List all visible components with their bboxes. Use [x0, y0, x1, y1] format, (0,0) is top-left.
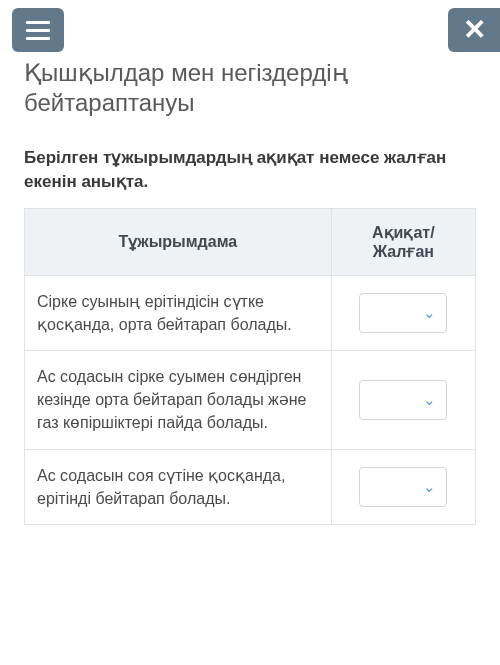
- statement-cell: Сірке суының ерітіндісін сүтке қосқанда,…: [25, 275, 332, 350]
- chevron-down-icon: ⌄: [423, 302, 436, 324]
- chevron-down-icon: ⌄: [423, 389, 436, 411]
- answer-cell: ⌄: [331, 350, 475, 449]
- table-row: Сірке суының ерітіндісін сүтке қосқанда,…: [25, 275, 476, 350]
- header-statement: Тұжырымдама: [25, 208, 332, 275]
- answer-select[interactable]: ⌄: [359, 293, 447, 333]
- statement-cell: Ас содасын сірке суымен сөндірген кезінд…: [25, 350, 332, 449]
- close-icon: ✕: [463, 16, 486, 44]
- hamburger-icon: [26, 21, 50, 40]
- menu-button[interactable]: [12, 8, 64, 52]
- answer-cell: ⌄: [331, 275, 475, 350]
- chevron-down-icon: ⌄: [423, 476, 436, 498]
- answer-select[interactable]: ⌄: [359, 467, 447, 507]
- statements-table: Тұжырымдама Ақиқат/ Жалған Сірке суының …: [24, 208, 476, 525]
- close-button[interactable]: ✕: [448, 8, 500, 52]
- page-title: Қышқылдар мен негіздердің бейтараптануы: [24, 58, 476, 118]
- instruction-text: Берілген тұжырымдардың ақиқат немесе жал…: [24, 146, 476, 194]
- statement-cell: Ас содасын соя сүтіне қосқанда, ерітінді…: [25, 449, 332, 524]
- table-row: Ас содасын соя сүтіне қосқанда, ерітінді…: [25, 449, 476, 524]
- header-answer: Ақиқат/ Жалған: [331, 208, 475, 275]
- topbar: ✕: [0, 0, 500, 52]
- answer-select[interactable]: ⌄: [359, 380, 447, 420]
- content-area: Қышқылдар мен негіздердің бейтараптануы …: [0, 58, 500, 525]
- table-row: Ас содасын сірке суымен сөндірген кезінд…: [25, 350, 476, 449]
- answer-cell: ⌄: [331, 449, 475, 524]
